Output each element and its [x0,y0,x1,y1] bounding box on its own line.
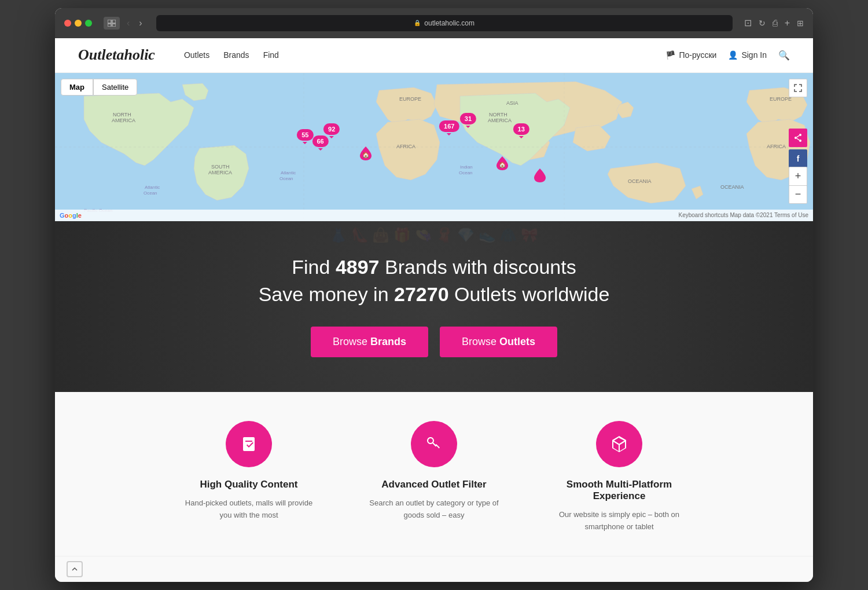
hero-section: Find 4897 Brands with discounts Save mon… [55,221,813,392]
svg-line-33 [797,135,799,137]
facebook-share-button[interactable]: f [789,149,807,168]
features-section: High Quality Content Hand-picked outlets… [55,392,813,556]
hero-brands-suffix: Brands with discounts [380,256,576,278]
tab-layout-button[interactable] [104,17,120,30]
feature-title-2: Advanced Outlet Filter [381,479,486,490]
google-logo: Google [60,212,82,219]
map-attribution: Keyboard shortcuts Map data ©2021 Terms … [678,212,808,218]
new-tab-icon[interactable]: + [785,18,790,28]
pin-label-6: 13 [513,123,529,135]
browse-outlets-label: Outlets [499,336,535,347]
svg-text:🏠: 🏠 [362,151,370,159]
language-switcher[interactable]: 🏴 По-русски [665,50,716,60]
search-button[interactable]: 🔍 [778,50,790,61]
svg-text:AMERICA: AMERICA [488,118,512,123]
expand-map-button[interactable] [789,79,807,97]
nav-links: Outlets Brands Find [184,50,649,60]
feature-desc-3: Our website is simply epic – both on sma… [550,509,689,533]
hero-buttons: Browse Brands Browse Outlets [78,327,790,357]
svg-rect-0 [108,20,111,23]
svg-text:EUROPE: EUROPE [399,96,421,102]
hero-save-text: Save money in [259,283,394,305]
feature-title-1: High Quality Content [200,479,297,490]
share-button[interactable] [789,129,807,147]
maximize-button[interactable] [85,20,92,27]
map-house-pin-2[interactable]: 🏠 [496,156,508,170]
grid-icon[interactable]: ⊞ [797,19,804,28]
forward-button[interactable]: › [137,16,144,31]
feature-item-2: Advanced Outlet Filter Search an outlet … [365,421,503,533]
svg-text:Indian: Indian [460,164,473,170]
hero-find-text: Find [292,256,336,278]
back-button[interactable]: ‹ [124,16,132,31]
svg-text:AFRICA: AFRICA [767,144,786,149]
browse-brands-button[interactable]: Browse Brands [311,327,428,357]
browse-outlets-button[interactable]: Browse Outlets [440,327,557,357]
website-content: Outletaholic Outlets Brands Find 🏴 По-ру… [55,38,813,556]
browse-brands-label: Brands [370,336,406,347]
pin-label-2: 92 [323,123,340,135]
nav-outlets[interactable]: Outlets [184,50,209,60]
svg-text:Ocean: Ocean [144,190,157,196]
map-tab-controls: Map Satellite [61,79,137,96]
svg-text:NORTH: NORTH [113,112,131,118]
zoom-in-button[interactable]: + [789,167,807,185]
svg-text:SOUTH: SOUTH [211,164,230,170]
svg-text:AMERICA: AMERICA [208,170,232,175]
user-icon: 👤 [728,50,738,60]
nav-brands[interactable]: Brands [223,50,249,60]
svg-text:Ocean: Ocean [279,176,293,181]
feature-desc-2: Search an outlet by category or type of … [365,497,503,522]
minimize-button[interactable] [75,20,82,27]
svg-text:Atlantic: Atlantic [281,170,296,175]
scroll-up-button[interactable] [67,561,83,577]
map-pin-2[interactable]: 92 [323,123,340,135]
svg-text:AFRICA: AFRICA [396,144,415,149]
svg-rect-1 [112,20,116,23]
browser-titlebar: ‹ › 🔒 outletaholic.com ⊡ ↻ ⎙ + ⊞ [55,8,813,38]
language-label: По-русски [679,50,716,60]
svg-point-31 [795,137,797,139]
traffic-lights [64,20,92,27]
svg-text:Ocean: Ocean [459,170,473,175]
pin-label-5: 31 [460,113,476,124]
map-pin-6[interactable]: 13 [513,123,529,135]
nav-right: 🏴 По-русски 👤 Sign In 🔍 [665,50,790,61]
scroll-indicator-bar [55,556,813,582]
map-house-pin-3[interactable] [534,168,546,182]
close-button[interactable] [64,20,71,27]
map-section[interactable]: NORTH AMERICA EUROPE AFRICA SOUTH AMERIC… [55,73,813,221]
share-icon[interactable]: ⎙ [773,18,778,28]
svg-text:AMERICA: AMERICA [112,118,135,123]
browser-controls: ‹ › [104,16,145,31]
map-pin-5[interactable]: 31 [460,113,476,124]
translate-icon[interactable]: ⊡ [744,17,752,28]
url-display: outletaholic.com [424,19,475,27]
map-pin-1[interactable]: 55 [297,129,313,141]
map-pin-3[interactable]: 66 [312,135,328,147]
lock-icon: 🔒 [414,20,421,26]
svg-point-32 [799,140,801,142]
feature-icon-quality [226,421,272,467]
signin-label: Sign In [741,50,767,60]
map-zoom-controls: + − [789,167,807,204]
map-tab-satellite[interactable]: Satellite [93,79,137,96]
svg-rect-2 [108,24,111,27]
hero-content: Find 4897 Brands with discounts Save mon… [78,256,790,357]
svg-rect-3 [112,24,116,27]
feature-desc-1: Hand-picked outlets, malls will provide … [179,497,318,522]
map-tab-map[interactable]: Map [61,79,93,96]
svg-text:ASIA: ASIA [506,100,518,106]
nav-find[interactable]: Find [263,50,279,60]
browser-actions: ⊡ ↻ ⎙ + ⊞ [744,17,804,28]
zoom-out-button[interactable]: − [789,185,807,204]
brand-logo[interactable]: Outletaholic [78,46,155,64]
map-house-pin-1[interactable]: 🏠 [360,146,372,160]
address-bar[interactable]: 🔒 outletaholic.com [156,15,733,31]
sign-in-button[interactable]: 👤 Sign In [728,50,767,60]
navigation-bar: Outletaholic Outlets Brands Find 🏴 По-ру… [55,38,813,73]
pin-label-4: 167 [439,120,459,132]
map-pin-4[interactable]: 167 [439,120,459,132]
refresh-icon[interactable]: ↻ [759,19,766,28]
svg-text:🏠: 🏠 [499,161,506,168]
